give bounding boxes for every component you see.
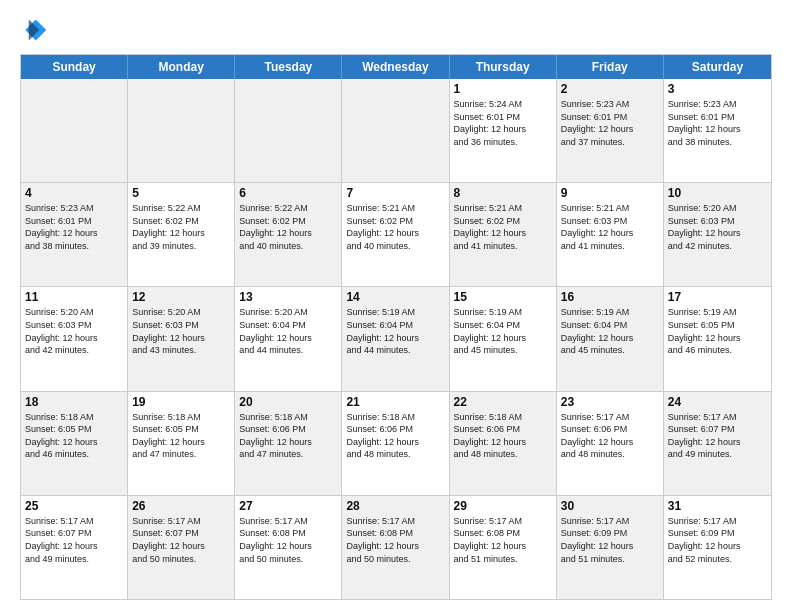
calendar-row-0: 1Sunrise: 5:24 AM Sunset: 6:01 PM Daylig… <box>21 79 771 183</box>
header <box>20 16 772 44</box>
header-day-monday: Monday <box>128 55 235 79</box>
calendar-cell: 13Sunrise: 5:20 AM Sunset: 6:04 PM Dayli… <box>235 287 342 390</box>
cell-info: Sunrise: 5:17 AM Sunset: 6:09 PM Dayligh… <box>561 515 659 565</box>
cell-info: Sunrise: 5:17 AM Sunset: 6:07 PM Dayligh… <box>132 515 230 565</box>
calendar-cell: 6Sunrise: 5:22 AM Sunset: 6:02 PM Daylig… <box>235 183 342 286</box>
calendar-cell: 9Sunrise: 5:21 AM Sunset: 6:03 PM Daylig… <box>557 183 664 286</box>
day-number: 16 <box>561 290 659 304</box>
calendar-cell: 5Sunrise: 5:22 AM Sunset: 6:02 PM Daylig… <box>128 183 235 286</box>
calendar-cell: 19Sunrise: 5:18 AM Sunset: 6:05 PM Dayli… <box>128 392 235 495</box>
day-number: 20 <box>239 395 337 409</box>
day-number: 11 <box>25 290 123 304</box>
day-number: 18 <box>25 395 123 409</box>
calendar-cell: 15Sunrise: 5:19 AM Sunset: 6:04 PM Dayli… <box>450 287 557 390</box>
calendar-cell: 17Sunrise: 5:19 AM Sunset: 6:05 PM Dayli… <box>664 287 771 390</box>
calendar-cell: 29Sunrise: 5:17 AM Sunset: 6:08 PM Dayli… <box>450 496 557 599</box>
cell-info: Sunrise: 5:17 AM Sunset: 6:08 PM Dayligh… <box>346 515 444 565</box>
day-number: 30 <box>561 499 659 513</box>
calendar-cell: 18Sunrise: 5:18 AM Sunset: 6:05 PM Dayli… <box>21 392 128 495</box>
day-number: 9 <box>561 186 659 200</box>
calendar-cell: 20Sunrise: 5:18 AM Sunset: 6:06 PM Dayli… <box>235 392 342 495</box>
day-number: 4 <box>25 186 123 200</box>
day-number: 1 <box>454 82 552 96</box>
cell-info: Sunrise: 5:19 AM Sunset: 6:05 PM Dayligh… <box>668 306 767 356</box>
day-number: 12 <box>132 290 230 304</box>
calendar-cell <box>128 79 235 182</box>
day-number: 7 <box>346 186 444 200</box>
page: SundayMondayTuesdayWednesdayThursdayFrid… <box>0 0 792 612</box>
day-number: 2 <box>561 82 659 96</box>
cell-info: Sunrise: 5:17 AM Sunset: 6:07 PM Dayligh… <box>25 515 123 565</box>
day-number: 25 <box>25 499 123 513</box>
calendar-cell: 7Sunrise: 5:21 AM Sunset: 6:02 PM Daylig… <box>342 183 449 286</box>
calendar-row-3: 18Sunrise: 5:18 AM Sunset: 6:05 PM Dayli… <box>21 392 771 496</box>
cell-info: Sunrise: 5:19 AM Sunset: 6:04 PM Dayligh… <box>346 306 444 356</box>
day-number: 8 <box>454 186 552 200</box>
calendar-cell: 8Sunrise: 5:21 AM Sunset: 6:02 PM Daylig… <box>450 183 557 286</box>
cell-info: Sunrise: 5:18 AM Sunset: 6:05 PM Dayligh… <box>25 411 123 461</box>
day-number: 23 <box>561 395 659 409</box>
calendar-cell: 21Sunrise: 5:18 AM Sunset: 6:06 PM Dayli… <box>342 392 449 495</box>
logo-icon <box>20 16 48 44</box>
cell-info: Sunrise: 5:20 AM Sunset: 6:03 PM Dayligh… <box>132 306 230 356</box>
day-number: 27 <box>239 499 337 513</box>
header-day-tuesday: Tuesday <box>235 55 342 79</box>
cell-info: Sunrise: 5:22 AM Sunset: 6:02 PM Dayligh… <box>239 202 337 252</box>
calendar-header: SundayMondayTuesdayWednesdayThursdayFrid… <box>21 55 771 79</box>
calendar-cell: 2Sunrise: 5:23 AM Sunset: 6:01 PM Daylig… <box>557 79 664 182</box>
day-number: 24 <box>668 395 767 409</box>
cell-info: Sunrise: 5:18 AM Sunset: 6:06 PM Dayligh… <box>346 411 444 461</box>
calendar-cell: 10Sunrise: 5:20 AM Sunset: 6:03 PM Dayli… <box>664 183 771 286</box>
calendar-row-1: 4Sunrise: 5:23 AM Sunset: 6:01 PM Daylig… <box>21 183 771 287</box>
calendar-cell: 16Sunrise: 5:19 AM Sunset: 6:04 PM Dayli… <box>557 287 664 390</box>
calendar-cell: 3Sunrise: 5:23 AM Sunset: 6:01 PM Daylig… <box>664 79 771 182</box>
calendar-cell: 25Sunrise: 5:17 AM Sunset: 6:07 PM Dayli… <box>21 496 128 599</box>
calendar-row-4: 25Sunrise: 5:17 AM Sunset: 6:07 PM Dayli… <box>21 496 771 599</box>
calendar: SundayMondayTuesdayWednesdayThursdayFrid… <box>20 54 772 600</box>
day-number: 31 <box>668 499 767 513</box>
day-number: 22 <box>454 395 552 409</box>
cell-info: Sunrise: 5:21 AM Sunset: 6:03 PM Dayligh… <box>561 202 659 252</box>
calendar-row-2: 11Sunrise: 5:20 AM Sunset: 6:03 PM Dayli… <box>21 287 771 391</box>
day-number: 15 <box>454 290 552 304</box>
day-number: 21 <box>346 395 444 409</box>
calendar-cell: 12Sunrise: 5:20 AM Sunset: 6:03 PM Dayli… <box>128 287 235 390</box>
calendar-cell: 28Sunrise: 5:17 AM Sunset: 6:08 PM Dayli… <box>342 496 449 599</box>
calendar-cell: 26Sunrise: 5:17 AM Sunset: 6:07 PM Dayli… <box>128 496 235 599</box>
calendar-cell: 27Sunrise: 5:17 AM Sunset: 6:08 PM Dayli… <box>235 496 342 599</box>
cell-info: Sunrise: 5:17 AM Sunset: 6:09 PM Dayligh… <box>668 515 767 565</box>
cell-info: Sunrise: 5:23 AM Sunset: 6:01 PM Dayligh… <box>25 202 123 252</box>
cell-info: Sunrise: 5:22 AM Sunset: 6:02 PM Dayligh… <box>132 202 230 252</box>
calendar-cell <box>342 79 449 182</box>
calendar-cell: 24Sunrise: 5:17 AM Sunset: 6:07 PM Dayli… <box>664 392 771 495</box>
calendar-cell: 23Sunrise: 5:17 AM Sunset: 6:06 PM Dayli… <box>557 392 664 495</box>
day-number: 13 <box>239 290 337 304</box>
cell-info: Sunrise: 5:18 AM Sunset: 6:05 PM Dayligh… <box>132 411 230 461</box>
calendar-cell: 30Sunrise: 5:17 AM Sunset: 6:09 PM Dayli… <box>557 496 664 599</box>
cell-info: Sunrise: 5:21 AM Sunset: 6:02 PM Dayligh… <box>346 202 444 252</box>
day-number: 6 <box>239 186 337 200</box>
calendar-cell <box>235 79 342 182</box>
cell-info: Sunrise: 5:21 AM Sunset: 6:02 PM Dayligh… <box>454 202 552 252</box>
logo <box>20 16 52 44</box>
day-number: 5 <box>132 186 230 200</box>
calendar-cell: 4Sunrise: 5:23 AM Sunset: 6:01 PM Daylig… <box>21 183 128 286</box>
day-number: 17 <box>668 290 767 304</box>
day-number: 3 <box>668 82 767 96</box>
cell-info: Sunrise: 5:17 AM Sunset: 6:07 PM Dayligh… <box>668 411 767 461</box>
cell-info: Sunrise: 5:20 AM Sunset: 6:04 PM Dayligh… <box>239 306 337 356</box>
cell-info: Sunrise: 5:19 AM Sunset: 6:04 PM Dayligh… <box>561 306 659 356</box>
calendar-cell <box>21 79 128 182</box>
calendar-cell: 1Sunrise: 5:24 AM Sunset: 6:01 PM Daylig… <box>450 79 557 182</box>
cell-info: Sunrise: 5:24 AM Sunset: 6:01 PM Dayligh… <box>454 98 552 148</box>
header-day-saturday: Saturday <box>664 55 771 79</box>
cell-info: Sunrise: 5:18 AM Sunset: 6:06 PM Dayligh… <box>454 411 552 461</box>
header-day-wednesday: Wednesday <box>342 55 449 79</box>
calendar-body: 1Sunrise: 5:24 AM Sunset: 6:01 PM Daylig… <box>21 79 771 599</box>
day-number: 29 <box>454 499 552 513</box>
cell-info: Sunrise: 5:20 AM Sunset: 6:03 PM Dayligh… <box>25 306 123 356</box>
day-number: 10 <box>668 186 767 200</box>
day-number: 19 <box>132 395 230 409</box>
cell-info: Sunrise: 5:17 AM Sunset: 6:08 PM Dayligh… <box>454 515 552 565</box>
day-number: 28 <box>346 499 444 513</box>
